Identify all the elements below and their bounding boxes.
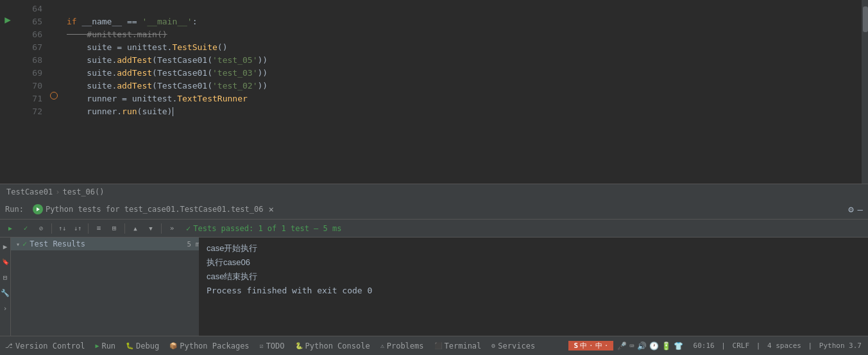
test-result-label: Test Results [30, 239, 85, 248]
editor-scroll-thumb[interactable] [863, 6, 868, 32]
run-btn-67[interactable] [0, 39, 15, 51]
sidebar-structure-icon[interactable]: ⊟ [0, 272, 10, 282]
tool-down-btn[interactable]: ▼ [144, 222, 157, 235]
clock-icon: 🕐 [649, 342, 659, 351]
var-runner1: runner [67, 92, 117, 105]
code-line-72: runner . run ( suite ) [67, 105, 868, 118]
tools-sep3 [124, 223, 125, 234]
str-test03: 'test_03' [212, 67, 257, 80]
bottom-panel: Run: Python tests for test_case01.TestCa… [0, 199, 868, 336]
op-p4: )) [257, 54, 268, 67]
speaker-icon: 🔊 [637, 342, 647, 351]
todo-icon: ☑ [260, 342, 264, 349]
status-python-packages[interactable]: 📦 Python Packages [164, 336, 254, 355]
fn-addtest1: addTest [117, 54, 152, 67]
run-btn-66[interactable] [0, 26, 15, 39]
op-p11: ( [137, 105, 142, 118]
status-problems-label: Problems [387, 342, 424, 351]
expand-icon: ⊞ [112, 224, 117, 232]
sidebar-wrench-icon[interactable]: 🔧 [0, 288, 10, 298]
str-main: '__main__' [142, 15, 192, 28]
op-p7: )) [257, 67, 268, 80]
status-run[interactable]: ▶ Run [90, 336, 121, 355]
test-check-icon: ✓ [22, 239, 27, 248]
run-btn-68[interactable] [0, 51, 15, 64]
pass-text: Tests passed: 1 of 1 test — 5 ms [193, 224, 341, 233]
spaces-text: 4 spaces [767, 342, 801, 350]
panel-body: ▶ 🔖 ⊟ 🔧 › ▾ ✓ Test Results 5 ms case开始执行… [0, 238, 868, 336]
code-line-67: suite = unittest . TestSuite () [67, 41, 868, 54]
run-btn-71[interactable] [0, 90, 15, 103]
tool-collapse-btn[interactable]: ≡ [92, 222, 105, 235]
tool-expand-btn[interactable]: ⊞ [108, 222, 121, 235]
op-dot4: . [112, 80, 117, 92]
ime-area: S 中 · 中 · [568, 341, 613, 351]
ime-dot: · [589, 342, 593, 350]
sidebar-arrow-icon[interactable]: › [0, 303, 10, 313]
ime-label: 中 [580, 341, 587, 351]
status-coordinates: 60:16 | CRLF | 4 spaces | Python 3.7 [687, 342, 868, 350]
editor-area: ▶ 64 65 66 67 68 69 70 71 72 [0, 0, 868, 199]
crlf-text: CRLF [733, 342, 750, 350]
tab-label: Python tests for test_case01.TestCase01.… [46, 205, 264, 214]
test-sidebar: ▾ ✓ Test Results 5 ms [11, 238, 210, 336]
tool-more-btn[interactable]: » [166, 222, 178, 235]
editor-scrollbar[interactable] [862, 0, 868, 184]
op-eq: == [122, 15, 142, 28]
op-p5: ( [152, 67, 157, 80]
code-line-68: suite . addTest ( TestCase01 ( 'test_05'… [67, 54, 868, 67]
op-p2: ( [152, 54, 157, 67]
panel-minimize-icon[interactable]: — [858, 204, 863, 214]
op-paren1: () [217, 41, 228, 54]
var-runner2: runner [67, 105, 117, 118]
breadcrumb-sep: › [55, 187, 60, 196]
tool-stop-btn[interactable]: ⊘ [35, 222, 47, 235]
op-dot3: . [112, 67, 117, 80]
status-debug-label: Debug [136, 342, 159, 351]
status-todo[interactable]: ☑ TODO [255, 336, 290, 355]
run-play-icon: ▶ [95, 342, 99, 349]
status-terminal[interactable]: ⬛ Terminal [429, 336, 487, 355]
status-services[interactable]: ⚙ Services [486, 336, 540, 355]
sidebar-bookmark-icon[interactable]: 🔖 [0, 257, 10, 267]
tool-sort-asc-btn[interactable]: ↑↓ [56, 222, 69, 235]
test-result-item[interactable]: ▾ ✓ Test Results 5 ms [11, 238, 209, 250]
op-p6: ( [207, 67, 212, 80]
panel-tab-close[interactable]: × [268, 204, 273, 214]
str-test02: 'test_02' [212, 80, 257, 92]
tool-up-btn[interactable]: ▲ [129, 222, 142, 235]
run-btn-72[interactable] [0, 103, 15, 116]
pass-badge: ✓ Tests passed: 1 of 1 test — 5 ms [186, 224, 341, 233]
fn-texttestrunner: TextTestRunner [177, 92, 248, 105]
run-btn-70[interactable] [0, 77, 15, 90]
var-tc01a: TestCase01 [157, 54, 207, 67]
status-version-control[interactable]: ⎇ Version Control [0, 336, 90, 355]
panel-tab[interactable]: Python tests for test_case01.TestCase01.… [28, 204, 279, 214]
panel-settings-icon[interactable]: ⚙ [848, 204, 853, 214]
run-btn-69[interactable] [0, 64, 15, 77]
status-problems[interactable]: ⚠ Problems [375, 336, 429, 355]
cursor [173, 107, 173, 116]
status-python-console[interactable]: 🐍 Python Console [290, 336, 375, 355]
stop-icon: ⊘ [39, 225, 43, 232]
line-num-64: 64 [15, 3, 47, 15]
debug-icon: 🐛 [126, 342, 133, 349]
pass-checkmark: ✓ [186, 224, 191, 233]
kw-if: if [67, 15, 77, 28]
tools-sep4 [161, 223, 162, 234]
tool-play-btn[interactable]: ▶ [4, 222, 17, 235]
spaces-sep: | [808, 342, 813, 350]
comment-unittest: #unittest.main() [67, 28, 167, 41]
run-btn-64[interactable] [0, 0, 15, 13]
output-area: case开始执行 执行case06 case结束执行 Process finis… [199, 238, 868, 336]
run-btn-65[interactable]: ▶ [0, 13, 15, 26]
tool-sort-desc-btn[interactable]: ↓↑ [71, 222, 84, 235]
status-debug[interactable]: 🐛 Debug [121, 336, 164, 355]
code-line-69: suite . addTest ( TestCase01 ( 'test_03'… [67, 67, 868, 80]
sidebar-run-icon[interactable]: ▶ [0, 241, 10, 252]
coords-sep: | [721, 342, 726, 350]
var-suite5: suite [142, 105, 167, 118]
tool-check-btn[interactable]: ✓ [19, 222, 32, 235]
ime-icon: S [574, 342, 578, 350]
code-lines[interactable]: if __name__ == '__main__' : #unittest.ma… [60, 0, 868, 184]
